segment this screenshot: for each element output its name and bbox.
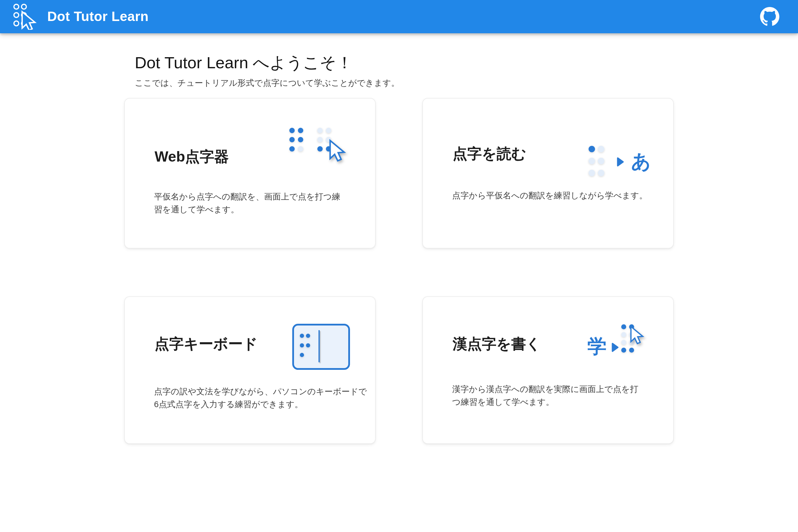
hiragana-a-glyph: あ bbox=[631, 152, 651, 171]
page-title: Dot Tutor Learn へようこそ！ bbox=[135, 53, 674, 74]
card-description: 漢字から漢点字への翻訳を実際に画面上で点を打 つ練習を通して学べます。 bbox=[452, 383, 650, 408]
page: Dot Tutor Learn Dot Tutor Learn へようこそ！ こ… bbox=[0, 0, 798, 532]
github-icon bbox=[760, 7, 779, 26]
play-triangle-icon bbox=[611, 342, 619, 352]
card-description: 点字の訳や文法を学びながら、パソコンのキーボードで 6点式点字を入力する練習がで… bbox=[154, 385, 352, 411]
card-title: 点字を読む bbox=[453, 145, 526, 162]
card-write-kanji-braille[interactable]: 漢点字を書く 学 漢字から漢点字への翻訳を実際に画面上で点を打 つ練習を通して学… bbox=[422, 296, 674, 444]
braille-cell-icon bbox=[300, 334, 310, 357]
card-read-braille[interactable]: 点字を読む あ 点字から平仮名への翻訳を練習しながら学べます。 bbox=[422, 98, 674, 248]
page-subtitle: ここでは、チュートリアル形式で点字について学ぶことができます。 bbox=[135, 76, 674, 89]
braille-cell-icon bbox=[289, 128, 303, 152]
play-triangle-icon bbox=[616, 157, 624, 167]
text-caret-icon bbox=[319, 330, 320, 362]
card-description: 点字から平仮名への翻訳を練習しながら学べます。 bbox=[452, 189, 650, 202]
kanji-gaku-glyph: 学 bbox=[587, 337, 607, 356]
card-title: 漢点字を書く bbox=[453, 336, 541, 352]
app-header: Dot Tutor Learn bbox=[0, 0, 798, 33]
card-web-braille-writer[interactable]: Web点字器 平仮名から点字への翻訳を、画面上で点を打つ練 習を通して学べます。 bbox=[124, 98, 376, 248]
card-title: Web点字器 bbox=[155, 148, 229, 165]
braille-cell-icon bbox=[589, 146, 604, 176]
braille-input-field-icon bbox=[292, 324, 350, 370]
card-description: 平仮名から点字への翻訳を、画面上で点を打つ練 習を通して学べます。 bbox=[154, 190, 352, 216]
braille-cursor-logo-icon bbox=[14, 3, 37, 30]
app-title: Dot Tutor Learn bbox=[47, 9, 149, 24]
mouse-pointer-icon bbox=[22, 12, 35, 30]
card-braille-keyboard[interactable]: 点字キーボード 点字の訳や文法を学びながら、パソコンのキーボードで 6点式点字を… bbox=[124, 296, 376, 444]
github-link[interactable] bbox=[760, 7, 779, 26]
card-grid: Web点字器 平仮名から点字への翻訳を、画面上で点を打つ練 習を通して学べます。… bbox=[124, 98, 674, 444]
main-content: Dot Tutor Learn へようこそ！ ここでは、チュートリアル形式で点字… bbox=[124, 53, 674, 444]
mouse-pointer-icon bbox=[630, 326, 643, 344]
card-title: 点字キーボード bbox=[155, 336, 258, 352]
mouse-pointer-icon bbox=[329, 140, 345, 162]
